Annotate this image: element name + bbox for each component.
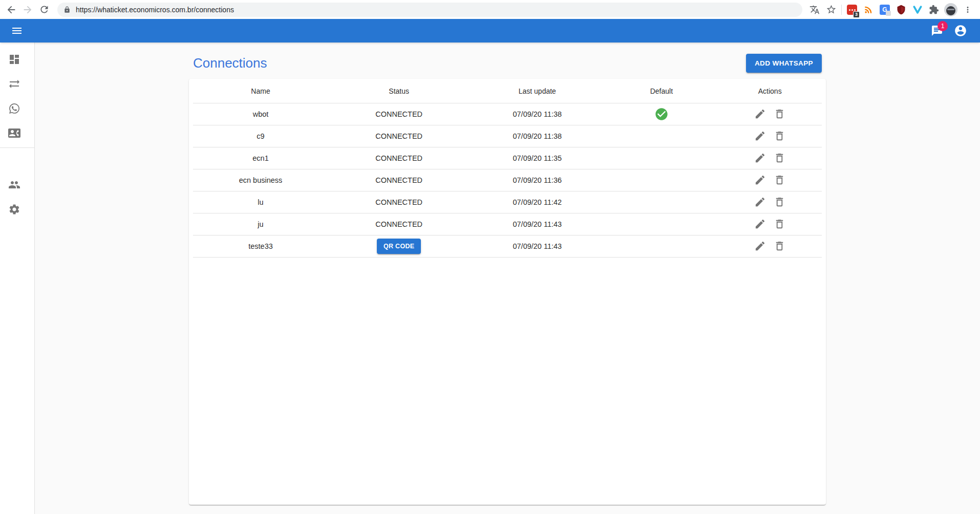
extension-red-button[interactable]: 3 (844, 2, 860, 18)
reload-icon (39, 4, 50, 15)
edit-button[interactable] (752, 105, 769, 123)
delete-button[interactable] (771, 238, 789, 255)
browser-toolbar: https://whaticket.economicros.com.br/con… (0, 0, 980, 19)
trash-icon (774, 218, 785, 230)
edit-pencil-icon (754, 130, 766, 142)
dashboard-icon (8, 53, 20, 66)
sidebar-item-tickets[interactable] (0, 96, 34, 121)
back-button[interactable] (3, 2, 19, 18)
header-last-update: Last update (470, 80, 605, 103)
browser-profile-button[interactable] (944, 3, 957, 16)
sidebar-item-dashboard[interactable] (0, 47, 34, 72)
connection-name: teste33 (193, 235, 328, 257)
edit-button[interactable] (752, 127, 769, 145)
account-menu-button[interactable] (950, 20, 971, 41)
sidebar-section-gap (0, 150, 34, 173)
browser-menu-button[interactable] (960, 2, 976, 18)
edit-button[interactable] (752, 172, 769, 189)
header-status: Status (328, 80, 470, 103)
connection-status: CONNECTED (375, 132, 422, 140)
rss-icon (863, 5, 874, 15)
lock-icon (63, 6, 71, 13)
connection-last-update: 07/09/20 11:36 (470, 169, 605, 191)
connection-name: ecn1 (193, 147, 328, 169)
edit-pencil-icon (754, 174, 766, 186)
contact-phone-icon (8, 127, 20, 139)
edit-button[interactable] (752, 238, 769, 255)
edit-button[interactable] (752, 216, 769, 233)
kebab-menu-icon (963, 5, 972, 14)
bookmark-star-button[interactable] (823, 2, 839, 18)
trash-icon (774, 240, 785, 252)
people-icon (8, 179, 20, 191)
edit-pencil-icon (754, 196, 766, 208)
trash-icon (774, 196, 785, 208)
delete-button[interactable] (771, 194, 789, 211)
connection-status: CONNECTED (375, 198, 422, 206)
connection-last-update: 07/09/20 11:43 (470, 235, 605, 257)
sidebar-item-users[interactable] (0, 173, 34, 197)
delete-button[interactable] (771, 127, 789, 145)
header-actions: Actions (718, 80, 822, 103)
qr-code-button[interactable]: QR CODE (377, 239, 421, 254)
google-translate-extension-icon: G (880, 5, 890, 15)
table-row: teste33 QR CODE 07/09/20 11:43 (193, 235, 822, 257)
extension-translate-button[interactable]: G (877, 2, 893, 18)
forward-icon (22, 4, 33, 15)
sidebar-item-settings[interactable] (0, 197, 34, 222)
connection-last-update: 07/09/20 11:38 (470, 103, 605, 125)
extension-vimeo-button[interactable] (909, 2, 926, 18)
edit-pencil-icon (754, 152, 766, 164)
sidebar-item-connections[interactable] (0, 72, 34, 96)
default-check-icon (654, 107, 669, 121)
menu-icon (11, 25, 23, 37)
page-translate-button[interactable] (806, 2, 823, 18)
trash-icon (774, 152, 785, 164)
connection-last-update: 07/09/20 11:43 (470, 213, 605, 235)
notifications-button[interactable]: 1 (927, 20, 947, 41)
connection-name: ecn business (193, 169, 328, 191)
content-area: Connections ADD WHATSAPP Name Status Las… (0, 42, 980, 514)
sidebar (0, 42, 35, 514)
table-row: ju CONNECTED 07/09/20 11:43 (193, 213, 822, 235)
extensions-button[interactable] (926, 2, 942, 18)
reload-button[interactable] (36, 2, 52, 18)
trash-icon (774, 108, 785, 120)
delete-button[interactable] (771, 149, 789, 167)
address-bar[interactable]: https://whaticket.economicros.com.br/con… (57, 3, 802, 17)
menu-toggle-button[interactable] (7, 20, 27, 41)
connection-last-update: 07/09/20 11:42 (470, 191, 605, 213)
edit-button[interactable] (752, 194, 769, 211)
add-whatsapp-button[interactable]: ADD WHATSAPP (746, 54, 822, 73)
main-content: Connections ADD WHATSAPP Name Status Las… (35, 42, 980, 514)
app-bar: 1 (0, 19, 980, 42)
header-name: Name (193, 80, 328, 103)
extension-rss-button[interactable] (860, 2, 877, 18)
toolbar-separator (841, 5, 842, 15)
back-icon (6, 4, 17, 15)
table-row: wbot CONNECTED 07/09/20 11:38 (193, 103, 822, 125)
trash-icon (774, 130, 785, 142)
table-header-row: Name Status Last update Default Actions (193, 80, 822, 103)
connections-table: Name Status Last update Default Actions … (193, 80, 822, 258)
forward-button (19, 2, 36, 18)
connection-name: c9 (193, 125, 328, 147)
connection-name: ju (193, 213, 328, 235)
table-row: ecn1 CONNECTED 07/09/20 11:35 (193, 147, 822, 169)
connections-card: Name Status Last update Default Actions … (189, 79, 826, 505)
account-circle-icon (954, 24, 967, 37)
connection-name: wbot (193, 103, 328, 125)
extension-ublock-button[interactable] (893, 2, 909, 18)
delete-button[interactable] (771, 105, 789, 123)
browser-window: https://whaticket.economicros.com.br/con… (0, 0, 980, 514)
table-row: lu CONNECTED 07/09/20 11:42 (193, 191, 822, 213)
delete-button[interactable] (771, 216, 789, 233)
swap-arrows-icon (8, 78, 20, 90)
connection-status: CONNECTED (375, 110, 422, 118)
sidebar-divider (0, 147, 34, 148)
delete-button[interactable] (771, 172, 789, 189)
edit-button[interactable] (752, 149, 769, 167)
url-text: https://whaticket.economicros.com.br/con… (76, 6, 234, 14)
sidebar-item-contacts[interactable] (0, 121, 34, 145)
page-title: Connections (193, 55, 267, 71)
